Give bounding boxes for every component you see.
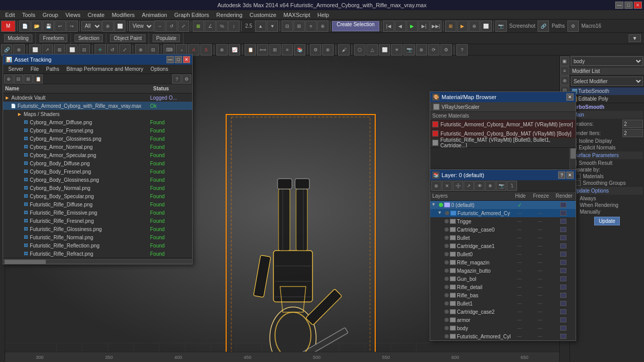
snap-btn[interactable]: ⊞ bbox=[193, 21, 204, 32]
close-btn[interactable]: ✕ bbox=[634, 2, 642, 9]
layer-item[interactable]: Futuristic_Armored_Cyborg_with_Rifle ---… bbox=[430, 332, 576, 340]
modifier-dropdown[interactable]: Select Modifier bbox=[571, 77, 643, 86]
layer-item[interactable]: body --- --- bbox=[430, 324, 576, 332]
menu-help[interactable]: Help bbox=[315, 10, 333, 20]
spacewarps-btn[interactable]: ⟳ bbox=[428, 44, 439, 55]
update-button[interactable]: Update bbox=[594, 217, 620, 225]
asset-scrollbar[interactable] bbox=[3, 258, 192, 264]
select-btn[interactable]: ⊕ bbox=[102, 21, 114, 32]
list-item[interactable]: 🖼 Cyborg_Armor_Fresnel.png Found bbox=[3, 126, 192, 135]
list-item[interactable]: 🖼 Cyborg_Body_Diffuse.png Found bbox=[3, 159, 192, 167]
list-item[interactable]: 🖼 Cyborg_Armor_Diffuse.png Found bbox=[3, 118, 192, 126]
scrollbar-thumb[interactable] bbox=[5, 260, 46, 264]
list-item[interactable]: 🖼 Futuristic_Rifle_Reflection.png Found bbox=[3, 241, 192, 250]
turbosmooth-modifier[interactable]: TurboSmooth bbox=[570, 87, 644, 95]
layer-item[interactable]: armor --- --- bbox=[430, 316, 576, 324]
set-key-btn[interactable]: S bbox=[200, 44, 212, 55]
filter-btn[interactable]: ⊕ bbox=[216, 44, 228, 55]
redo-btn[interactable]: ↪ bbox=[66, 21, 78, 32]
paths-btn[interactable]: 🔗 bbox=[538, 21, 549, 32]
list-item[interactable]: 🖼 Futuristic_Rifle_Normal.png Found bbox=[3, 233, 192, 241]
asset-menu-file[interactable]: File bbox=[27, 66, 42, 72]
view-dropdown[interactable]: View bbox=[129, 21, 154, 31]
menu-create[interactable]: Create bbox=[84, 10, 107, 20]
new-btn[interactable]: 📄 bbox=[19, 21, 30, 32]
save-btn[interactable]: 💾 bbox=[43, 21, 54, 32]
list-item[interactable]: 🖼 Cyborg_Armor_Normal.png Found bbox=[3, 143, 192, 151]
quick-render-btn[interactable]: ⬜ bbox=[481, 21, 492, 32]
asset-tb-btn1[interactable]: ⊕ bbox=[4, 74, 13, 84]
transform-btn2[interactable]: ↺ bbox=[166, 21, 177, 32]
list-item[interactable]: ▶ Autodesk Vault Logged O... bbox=[3, 93, 192, 102]
list-item[interactable]: 🖼 Cyborg_Armor_Glossiness.png Found bbox=[3, 135, 192, 143]
right-icon-3[interactable]: ⊕ bbox=[560, 76, 569, 85]
screenshot-btn[interactable]: 📷 bbox=[495, 21, 507, 32]
align-view-btn[interactable]: ≡ bbox=[282, 44, 293, 55]
menu-animation[interactable]: Animation bbox=[139, 10, 170, 20]
modeling-btn[interactable]: Modeling bbox=[4, 34, 32, 42]
selection-btn[interactable]: Selection bbox=[75, 34, 103, 42]
menu-maxscript[interactable]: MAXScript bbox=[281, 10, 314, 20]
layer-add-selected-btn[interactable]: ➕ bbox=[453, 181, 463, 191]
layer-item[interactable]: ▼ 0 (default) ✓ bbox=[430, 201, 576, 209]
layer-item[interactable]: Rifle_magazin --- --- bbox=[430, 258, 576, 266]
ribbon-expand-btn[interactable]: ▼ bbox=[629, 34, 641, 42]
create-selection-btn[interactable]: Create Selection bbox=[332, 21, 379, 31]
layer-item[interactable]: Trigge --- --- bbox=[430, 217, 576, 225]
systems-btn[interactable]: ⚙ bbox=[440, 44, 452, 55]
layer-item[interactable]: Cartridge_case0 --- --- bbox=[430, 225, 576, 234]
layer-item[interactable]: Rifle_bas --- --- bbox=[430, 291, 576, 299]
right-icon-1[interactable]: ▣ bbox=[560, 56, 569, 66]
align-btn[interactable]: ⊞ bbox=[293, 21, 305, 32]
list-item[interactable]: 🖼 Futuristic_Rifle_Refract.png Found bbox=[3, 250, 192, 258]
list-item[interactable]: 🖼 Futuristic_Rifle_Emissive.png Found bbox=[3, 208, 192, 217]
layer-delete-btn[interactable]: ✕ bbox=[442, 181, 452, 191]
select-region-btn[interactable]: ⬜ bbox=[114, 21, 125, 32]
asset-restore-btn[interactable]: □ bbox=[175, 56, 182, 63]
asset-tb-help-btn[interactable]: ? bbox=[172, 74, 181, 84]
mat-item-rifle[interactable]: Futuristic_Rifle_MAT (VRayMtl) [Bullet0,… bbox=[430, 138, 576, 147]
asset-menu-server[interactable]: Server bbox=[5, 66, 26, 72]
transform-up[interactable]: ▲ bbox=[255, 21, 266, 32]
layer-hide-all-btn[interactable]: 👁 bbox=[474, 181, 485, 191]
layer-item[interactable]: Rifle_detail --- --- bbox=[430, 283, 576, 291]
list-item[interactable]: 🖼 Futuristic_Rifle_Fresnel.png Found bbox=[3, 217, 192, 225]
undo-btn[interactable]: ↩ bbox=[54, 21, 66, 32]
menu-rendering[interactable]: Rendering bbox=[213, 10, 246, 20]
layer-item[interactable]: Bullet1 --- --- bbox=[430, 299, 576, 308]
iterations-input[interactable] bbox=[622, 120, 643, 128]
layer-item[interactable]: Cartridge_case2 --- --- bbox=[430, 308, 576, 316]
render-btn[interactable]: ▶ bbox=[457, 21, 468, 32]
layer-render-all-btn[interactable]: 📷 bbox=[496, 181, 506, 191]
percent-snap-btn[interactable]: % bbox=[216, 21, 228, 32]
list-item[interactable]: 🖼 Cyborg_Body_Fresnel.png Found bbox=[3, 167, 192, 176]
material-editor-btn[interactable]: ⊕ bbox=[469, 21, 480, 32]
asset-tb-btn4[interactable]: 📋 bbox=[33, 74, 43, 84]
manage-layers-btn[interactable]: 📚 bbox=[294, 44, 305, 55]
mat-browser-close-btn[interactable]: ✕ bbox=[566, 93, 574, 101]
list-item[interactable]: 🖼 Futuristic_Rifle_Glossiness.png Found bbox=[3, 225, 192, 233]
render-setup-btn[interactable]: ⊞ bbox=[445, 21, 456, 32]
angle-snap-btn[interactable]: ∠ bbox=[205, 21, 216, 32]
layer-freeze-all-btn[interactable]: ❄ bbox=[485, 181, 495, 191]
populate-btn[interactable]: Populate bbox=[153, 34, 180, 42]
shapes2-btn[interactable]: △ bbox=[366, 44, 378, 55]
layer-item[interactable]: ▼ Futuristic_Armored_Cyborg_with_Rifle -… bbox=[430, 209, 576, 217]
question-btn[interactable]: ? bbox=[456, 44, 468, 55]
play-anim-btn[interactable]: ▶ bbox=[407, 21, 418, 32]
layer-select-btn[interactable]: ↗ bbox=[464, 181, 474, 191]
menu-tools[interactable]: Tools bbox=[19, 10, 39, 20]
freeform-btn[interactable]: Freeform bbox=[40, 34, 68, 42]
helpers-btn[interactable]: ⊕ bbox=[416, 44, 427, 55]
layer-item[interactable]: Bullet0 --- --- bbox=[430, 250, 576, 258]
lights-btn[interactable]: ☀ bbox=[391, 44, 402, 55]
shapes3-btn[interactable]: ⬜ bbox=[379, 44, 390, 55]
asset-tb-btn3[interactable]: ⊞ bbox=[24, 74, 33, 84]
align2-btn[interactable]: ≡ bbox=[305, 21, 317, 32]
minimize-btn[interactable]: — bbox=[615, 2, 623, 9]
app-icon-btn[interactable]: M bbox=[1, 21, 15, 32]
next-frame-btn[interactable]: ▶| bbox=[418, 21, 430, 32]
asset-minimize-btn[interactable]: — bbox=[167, 56, 174, 63]
list-item[interactable]: 🖼 Cyborg_Body_Specular.png Found bbox=[3, 192, 192, 200]
menu-group[interactable]: Group bbox=[40, 10, 62, 20]
